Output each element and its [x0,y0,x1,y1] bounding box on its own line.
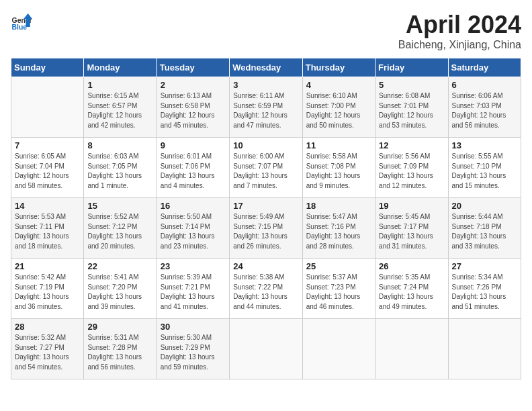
calendar-cell: 10Sunrise: 6:00 AM Sunset: 7:07 PM Dayli… [230,138,302,198]
calendar-cell: 2Sunrise: 6:13 AM Sunset: 6:58 PM Daylig… [157,77,229,138]
header-friday: Friday [375,58,448,77]
day-number: 5 [379,80,444,90]
day-number: 19 [379,201,444,211]
calendar-cell: 17Sunrise: 5:49 AM Sunset: 7:15 PM Dayli… [230,198,302,259]
calendar-week-row: 21Sunrise: 5:42 AM Sunset: 7:19 PM Dayli… [11,259,521,319]
calendar-cell: 6Sunrise: 6:06 AM Sunset: 7:03 PM Daylig… [448,77,521,138]
day-number: 21 [15,261,80,271]
day-number: 27 [452,261,517,271]
day-info: Sunrise: 5:39 AM Sunset: 7:21 PM Dayligh… [161,273,226,312]
calendar-cell: 8Sunrise: 6:03 AM Sunset: 7:05 PM Daylig… [84,138,157,198]
day-info: Sunrise: 5:53 AM Sunset: 7:11 PM Dayligh… [15,212,80,251]
calendar-cell: 18Sunrise: 5:47 AM Sunset: 7:16 PM Dayli… [302,198,375,259]
day-info: Sunrise: 5:37 AM Sunset: 7:23 PM Dayligh… [306,273,371,312]
day-number: 28 [15,322,80,332]
calendar-cell: 25Sunrise: 5:37 AM Sunset: 7:23 PM Dayli… [302,259,375,319]
header-monday: Monday [84,58,157,77]
calendar-cell: 7Sunrise: 6:05 AM Sunset: 7:04 PM Daylig… [11,138,84,198]
day-info: Sunrise: 5:50 AM Sunset: 7:14 PM Dayligh… [161,212,226,251]
day-number: 14 [15,201,80,211]
day-info: Sunrise: 5:55 AM Sunset: 7:10 PM Dayligh… [452,152,517,191]
calendar-cell: 23Sunrise: 5:39 AM Sunset: 7:21 PM Dayli… [157,259,229,319]
day-number: 15 [87,201,152,211]
calendar-cell: 5Sunrise: 6:08 AM Sunset: 7:01 PM Daylig… [375,77,448,138]
calendar-cell [11,77,84,138]
day-number: 8 [87,140,152,150]
day-info: Sunrise: 5:44 AM Sunset: 7:18 PM Dayligh… [452,212,517,251]
day-info: Sunrise: 5:35 AM Sunset: 7:24 PM Dayligh… [379,273,444,312]
calendar-cell [302,319,375,379]
day-number: 9 [161,140,226,150]
page-header: General Blue April 2024 Baicheng, Xinjia… [11,11,521,51]
day-info: Sunrise: 5:58 AM Sunset: 7:08 PM Dayligh… [306,152,371,191]
calendar-cell [230,319,302,379]
calendar-table: SundayMondayTuesdayWednesdayThursdayFrid… [11,58,521,379]
day-info: Sunrise: 6:06 AM Sunset: 7:03 PM Dayligh… [452,91,517,130]
day-info: Sunrise: 6:05 AM Sunset: 7:04 PM Dayligh… [15,152,80,191]
day-number: 22 [87,261,152,271]
day-info: Sunrise: 5:45 AM Sunset: 7:17 PM Dayligh… [379,212,444,251]
calendar-cell: 22Sunrise: 5:41 AM Sunset: 7:20 PM Dayli… [84,259,157,319]
title-block: April 2024 Baicheng, Xinjiang, China [398,11,521,51]
day-number: 25 [306,261,371,271]
calendar-cell [375,319,448,379]
calendar-week-row: 28Sunrise: 5:32 AM Sunset: 7:27 PM Dayli… [11,319,521,379]
day-number: 2 [161,80,226,90]
calendar-cell: 29Sunrise: 5:31 AM Sunset: 7:28 PM Dayli… [84,319,157,379]
day-info: Sunrise: 5:56 AM Sunset: 7:09 PM Dayligh… [379,152,444,191]
calendar-cell [448,319,521,379]
day-number: 11 [306,140,371,150]
day-info: Sunrise: 6:08 AM Sunset: 7:01 PM Dayligh… [379,91,444,130]
day-number: 4 [306,80,371,90]
calendar-cell: 19Sunrise: 5:45 AM Sunset: 7:17 PM Dayli… [375,198,448,259]
day-number: 3 [233,80,298,90]
calendar-cell: 30Sunrise: 5:30 AM Sunset: 7:29 PM Dayli… [157,319,229,379]
calendar-cell: 4Sunrise: 6:10 AM Sunset: 7:00 PM Daylig… [302,77,375,138]
logo-icon: General Blue [11,11,32,32]
calendar-cell: 1Sunrise: 6:15 AM Sunset: 6:57 PM Daylig… [84,77,157,138]
calendar-cell: 27Sunrise: 5:34 AM Sunset: 7:26 PM Dayli… [448,259,521,319]
day-number: 12 [379,140,444,150]
day-number: 17 [233,201,298,211]
location-title: Baicheng, Xinjiang, China [398,39,521,51]
day-info: Sunrise: 5:47 AM Sunset: 7:16 PM Dayligh… [306,212,371,251]
day-number: 23 [161,261,226,271]
calendar-cell: 21Sunrise: 5:42 AM Sunset: 7:19 PM Dayli… [11,259,84,319]
day-info: Sunrise: 5:32 AM Sunset: 7:27 PM Dayligh… [15,333,80,372]
day-number: 7 [15,140,80,150]
day-number: 29 [87,322,152,332]
day-info: Sunrise: 5:30 AM Sunset: 7:29 PM Dayligh… [161,333,226,372]
weekday-header-row: SundayMondayTuesdayWednesdayThursdayFrid… [11,58,521,77]
header-sunday: Sunday [11,58,84,77]
day-number: 26 [379,261,444,271]
day-number: 24 [233,261,298,271]
day-number: 6 [452,80,517,90]
day-info: Sunrise: 6:01 AM Sunset: 7:06 PM Dayligh… [161,152,226,191]
calendar-cell: 13Sunrise: 5:55 AM Sunset: 7:10 PM Dayli… [448,138,521,198]
calendar-week-row: 1Sunrise: 6:15 AM Sunset: 6:57 PM Daylig… [11,77,521,138]
calendar-cell: 24Sunrise: 5:38 AM Sunset: 7:22 PM Dayli… [230,259,302,319]
header-saturday: Saturday [448,58,521,77]
logo: General Blue [11,11,32,32]
svg-text:Blue: Blue [12,24,28,31]
day-info: Sunrise: 5:31 AM Sunset: 7:28 PM Dayligh… [87,333,152,372]
day-info: Sunrise: 5:34 AM Sunset: 7:26 PM Dayligh… [452,273,517,312]
header-tuesday: Tuesday [157,58,229,77]
day-number: 10 [233,140,298,150]
day-info: Sunrise: 6:13 AM Sunset: 6:58 PM Dayligh… [161,91,226,130]
header-thursday: Thursday [302,58,375,77]
calendar-week-row: 14Sunrise: 5:53 AM Sunset: 7:11 PM Dayli… [11,198,521,259]
day-info: Sunrise: 5:41 AM Sunset: 7:20 PM Dayligh… [87,273,152,312]
calendar-week-row: 7Sunrise: 6:05 AM Sunset: 7:04 PM Daylig… [11,138,521,198]
day-number: 30 [161,322,226,332]
day-info: Sunrise: 6:15 AM Sunset: 6:57 PM Dayligh… [87,91,152,130]
calendar-cell: 28Sunrise: 5:32 AM Sunset: 7:27 PM Dayli… [11,319,84,379]
calendar-cell: 26Sunrise: 5:35 AM Sunset: 7:24 PM Dayli… [375,259,448,319]
day-info: Sunrise: 5:52 AM Sunset: 7:12 PM Dayligh… [87,212,152,251]
day-number: 18 [306,201,371,211]
day-info: Sunrise: 5:42 AM Sunset: 7:19 PM Dayligh… [15,273,80,312]
calendar-cell: 12Sunrise: 5:56 AM Sunset: 7:09 PM Dayli… [375,138,448,198]
calendar-cell: 3Sunrise: 6:11 AM Sunset: 6:59 PM Daylig… [230,77,302,138]
day-info: Sunrise: 6:03 AM Sunset: 7:05 PM Dayligh… [87,152,152,191]
day-number: 20 [452,201,517,211]
